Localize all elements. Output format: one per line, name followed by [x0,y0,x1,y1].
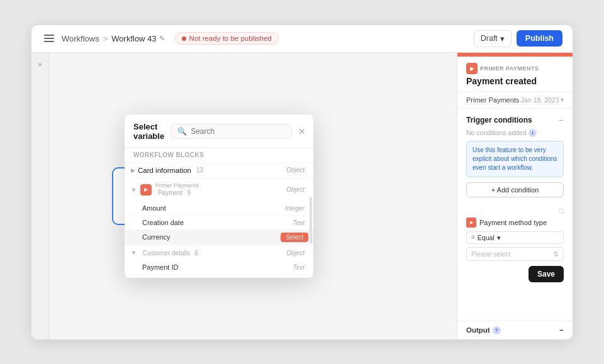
no-conditions-row: No conditions added i [466,129,564,137]
currency-item[interactable]: Currency Select [125,230,313,245]
output-toggle[interactable]: − [559,326,564,334]
workflow-blocks-label: Workflow blocks [125,148,313,163]
status-text: Not ready to be published [189,35,272,42]
payment-section-header[interactable]: ▼ ▶ Primer Payments Payment 9 [125,179,313,202]
add-condition-button[interactable]: + Add condition [466,182,564,197]
customer-section-name: Customer details 6 [140,249,198,256]
top-bar-left: Workflows > Workflow 43 ✎ Not ready to b… [42,32,474,45]
draft-button[interactable]: Draft ▾ [474,30,512,47]
breadcrumb-current: Workflow 43 ✎ [111,34,164,43]
metadata-item[interactable]: Metadata Metadata [125,275,313,277]
trigger-conditions-toggle[interactable]: − [559,115,564,125]
modal-body: ▶ Card information 13 Object ▼ ▶ [125,163,313,278]
card-info-left: ▶ Card information 13 [131,167,203,174]
trigger-conditions-header: Trigger conditions − [466,115,564,125]
payment-expand-icon: ▼ [131,187,137,193]
payment-id-item[interactable]: Payment ID Text [125,260,313,275]
output-info-icon: ? [493,326,501,334]
edit-icon[interactable]: ✎ [159,35,165,43]
breadcrumb-parent[interactable]: Workflows [62,34,99,43]
card-info-section[interactable]: ▶ Card information 13 Object [125,163,313,179]
amount-item[interactable]: Amount Integer [125,201,313,216]
panel-source-chevron[interactable]: ▾ [561,96,564,103]
condition-payment-icon: ▶ [466,218,476,228]
breadcrumb-separator: > [103,34,108,43]
trigger-conditions-title: Trigger conditions [466,116,532,124]
card-info-count: 13 [196,167,203,174]
condition-block: □ ▶ Payment method type = Equal ▾ Please… [457,206,573,287]
modal-scrollbar[interactable] [310,197,312,243]
canvas-main: ▶ Primer Payments Payment created ▶ Sele… [49,53,457,339]
search-input[interactable] [191,127,285,136]
condition-label: Payment method type [479,219,547,226]
no-conditions-info-icon: i [528,129,537,137]
creation-date-label: Creation date [142,219,184,226]
please-select[interactable]: Please select ⇅ [466,247,564,261]
amount-label: Amount [142,204,166,212]
payment-section-name: Payment 9 [155,189,199,197]
top-bar-right: Draft ▾ Publish [474,30,562,47]
creation-date-item[interactable]: Creation date Text [125,216,313,230]
panel-node-icon: ▶ [466,63,478,74]
panel-source-name: Primer Payments [466,96,519,104]
payment-id-type: Text [293,264,305,271]
card-info-type: Object [286,167,305,174]
panel-title: Payment created [466,76,564,86]
status-badge: Not ready to be published [175,32,279,45]
canvas-area: » ▶ Primer Payments Payment created ▶ Se… [31,53,573,339]
main-window: Workflows > Workflow 43 ✎ Not ready to b… [31,25,573,339]
output-label: Output [466,326,490,334]
close-icon[interactable]: ✕ [298,125,306,138]
trigger-conditions: Trigger conditions − No conditions added… [457,109,573,206]
modal-search[interactable]: 🔍 [171,124,292,139]
search-icon: 🔍 [177,127,187,136]
card-info-name: Card information [138,167,191,174]
panel-source-date: Jan 18, 2023 [521,96,559,104]
panel-source-row[interactable]: Primer Payments Jan 18, 2023 ▾ [457,92,573,109]
top-bar: Workflows > Workflow 43 ✎ Not ready to b… [31,25,573,53]
payment-section-left: ▼ ▶ Primer Payments Payment 9 [131,182,199,198]
payment-section: ▼ ▶ Primer Payments Payment 9 [125,179,313,246]
select-variable-modal: Select variable 🔍 ✕ Workflow blocks ▶ Ca… [125,114,313,278]
hamburger-menu-icon[interactable] [42,32,57,45]
customer-expand-icon: ▼ [131,250,137,256]
modal-header: Select variable 🔍 ✕ [125,114,313,148]
right-panel: ▶ PRIMER PAYMENTS Payment created Primer… [457,53,573,339]
save-button[interactable]: Save [528,266,564,282]
panel-trigger-label: PRIMER PAYMENTS [480,65,539,72]
equal-icon: = [471,234,475,241]
payment-id-label: Payment ID [142,263,178,271]
status-dot [182,36,186,41]
creation-date-type: Text [293,219,305,226]
customer-section: ▼ Customer details 6 Object Payment ID T… [125,245,313,277]
payment-section-icon: ▶ [140,184,152,196]
publish-button[interactable]: Publish [517,30,562,47]
customer-section-left: ▼ Customer details 6 [131,249,198,256]
delete-condition-icon[interactable]: □ [466,206,564,215]
customer-section-header[interactable]: ▼ Customer details 6 Object [125,245,313,260]
panel-output: Output ? − [457,321,573,339]
customer-section-type: Object [286,250,305,256]
card-expand-icon: ▶ [131,167,135,174]
currency-select-button[interactable]: Select [281,233,308,242]
payment-source-label: Primer Payments [155,182,199,189]
amount-type: Integer [285,205,305,212]
currency-label: Currency [142,233,171,241]
equal-select[interactable]: = Equal ▾ [466,231,564,244]
breadcrumb: Workflows > Workflow 43 ✎ [62,34,165,43]
conditions-info-box: Use this feature to be very explicit abo… [466,141,564,177]
canvas-toggle[interactable]: » [31,53,49,339]
payment-section-type: Object [286,186,305,193]
modal-title: Select variable [133,122,164,141]
condition-item: ▶ Payment method type [466,218,564,228]
panel-header: ▶ PRIMER PAYMENTS Payment created [457,57,573,92]
